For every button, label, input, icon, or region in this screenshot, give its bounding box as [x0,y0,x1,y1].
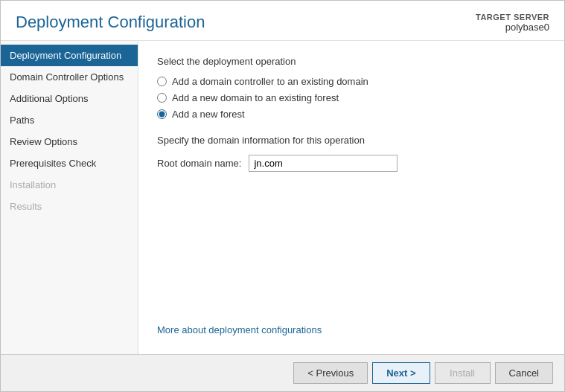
root-domain-row: Root domain name: [157,155,546,172]
sidebar-item-deployment-configuration[interactable]: Deployment Configuration [1,45,138,66]
radio-option-new-forest[interactable]: Add a new forest [157,109,546,120]
main-content: Select the deployment operation Add a do… [138,41,564,354]
root-domain-input[interactable] [249,155,398,172]
next-button[interactable]: Next > [372,362,430,384]
target-server-name: polybase0 [476,22,549,33]
radio-new-domain[interactable] [157,93,167,103]
footer: < Previous Next > Install Cancel [1,354,564,391]
sidebar-item-additional-options[interactable]: Additional Options [1,88,138,109]
window: Deployment Configuration TARGET SERVER p… [0,0,565,392]
previous-button[interactable]: < Previous [293,362,368,384]
domain-info-label: Specify the domain information for this … [157,135,546,146]
sidebar-item-installation: Installation [1,174,138,196]
radio-option-new-domain[interactable]: Add a new domain to an existing forest [157,92,546,103]
install-button[interactable]: Install [435,362,491,384]
sidebar-item-domain-controller-options[interactable]: Domain Controller Options [1,66,138,88]
page-title: Deployment Configuration [16,13,205,32]
root-domain-label: Root domain name: [157,158,241,169]
sidebar-item-prerequisites-check[interactable]: Prerequisites Check [1,152,138,174]
select-operation-label: Select the deployment operation [157,56,546,67]
sidebar: Deployment Configuration Domain Controll… [1,41,138,354]
sidebar-item-paths[interactable]: Paths [1,109,138,131]
cancel-button[interactable]: Cancel [495,362,553,384]
header: Deployment Configuration TARGET SERVER p… [1,1,564,41]
sidebar-item-review-options[interactable]: Review Options [1,131,138,152]
radio-new-forest[interactable] [157,109,167,119]
target-server-label: TARGET SERVER [476,13,549,22]
radio-group-operation: Add a domain controller to an existing d… [157,76,546,120]
sidebar-item-results: Results [1,196,138,217]
target-server-info: TARGET SERVER polybase0 [476,13,549,33]
radio-existing-domain[interactable] [157,77,167,86]
content-area: Deployment Configuration Domain Controll… [1,41,564,354]
more-link[interactable]: More about deployment configurations [157,324,546,335]
radio-option-existing-domain[interactable]: Add a domain controller to an existing d… [157,76,546,87]
